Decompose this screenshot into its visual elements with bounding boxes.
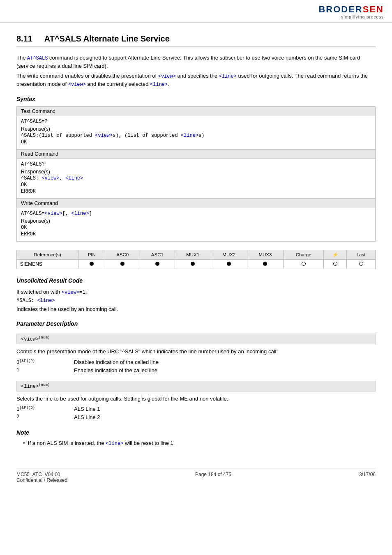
test-command-response: ^SALS:(list of supported <view>s), (list… <box>21 133 371 138</box>
ref-siemens-asc0 <box>105 259 140 269</box>
intro-text: The AT^SALS command is designed to suppo… <box>16 54 376 88</box>
logo-subtitle: simplifying process <box>318 15 384 19</box>
ref-header-ast: ⚡ <box>324 250 347 259</box>
read-command-response: ^SALS: <view>, <line> <box>21 175 371 181</box>
intro-line1: The AT^SALS command is designed to suppo… <box>16 54 376 70</box>
logo-brand: BRODERSEN <box>318 4 384 15</box>
ref-header-mux2: MUX2 <box>211 250 247 259</box>
param-line-name: <line> <box>21 384 39 389</box>
main-content: 8.11 AT^SALS Alternate Line Service The … <box>0 23 392 456</box>
test-command-row: Test Command AT^SALS=? Response(s) ^SALS… <box>17 106 376 149</box>
param-view-name: <view> <box>21 336 39 342</box>
test-response-code: ^SALS:(list of supported <box>21 133 95 138</box>
note-title: Note <box>16 429 376 436</box>
param-line-val2: 2 ALS Line 2 <box>16 413 376 421</box>
write-command-cell: Write Command AT^SALS=<view>[, <line>] R… <box>17 198 376 241</box>
read-command-code: AT^SALS? <box>21 161 371 167</box>
param-line-box: <line>(num) <box>16 381 376 391</box>
urc-view-tag: <view> <box>62 290 79 295</box>
read-ok: OK <box>21 182 371 188</box>
note-item1: • If a non ALS SIM is inserted, the <lin… <box>16 439 376 447</box>
ref-header-pin: PIN <box>78 250 105 259</box>
ref-siemens-mux3 <box>247 259 283 269</box>
param-view-desc: Controls the presentation mode of the UR… <box>16 348 376 356</box>
param-view-key0: 0(&F)(P) <box>16 358 74 366</box>
ref-header-charge: Charge <box>283 250 323 259</box>
ref-siemens-label: SIEMENS <box>17 259 78 269</box>
ref-siemens-row: SIEMENS <box>17 259 376 269</box>
inline-code-atsals: AT^SALS <box>27 55 48 61</box>
section-number: 8.11 <box>16 34 32 43</box>
dot-filled-mux3 <box>263 262 267 266</box>
dot-filled-pin <box>90 262 94 266</box>
test-response-label: Response(s) <box>21 126 371 132</box>
read-command-body: AT^SALS? Response(s) ^SALS: <view>, <lin… <box>17 159 375 198</box>
logo: BRODERSEN simplifying process <box>318 4 384 19</box>
write-command-code: AT^SALS=<view>[, <line>] <box>21 211 371 216</box>
read-command-row: Read Command AT^SALS? Response(s) ^SALS:… <box>17 149 376 198</box>
note-line-tag: <line> <box>106 441 123 447</box>
test-view-tag: <view> <box>95 133 113 138</box>
test-command-code: AT^SALS=? <box>21 119 371 124</box>
page-footer: MC55_ATC_V04.00 Confidential / Released … <box>16 468 376 483</box>
inline-line-tag2: <line> <box>150 82 168 88</box>
logo-text-part1: BRODER <box>318 4 362 14</box>
param-line-values: 1(&F)(D) ALS Line 1 2 ALS Line 2 <box>16 405 376 421</box>
logo-text-part2: SEN <box>363 4 384 14</box>
dot-filled-asc0 <box>120 262 125 266</box>
footer-doc-id: MC55_ATC_V04.00 <box>16 472 67 477</box>
footer-confidential: Confidential / Released <box>16 477 67 483</box>
param-desc-title: Parameter Description <box>16 320 376 327</box>
ref-siemens-last <box>347 259 376 269</box>
reference-table: Reference(s) PIN ASC0 ASC1 MUX1 MUX2 MUX… <box>16 250 376 269</box>
ref-header-last: Last <box>347 250 376 259</box>
param-view-values: 0(&F)(P) Disables indication of the call… <box>16 358 376 374</box>
ref-siemens-mux2 <box>211 259 247 269</box>
ref-header-mux3: MUX3 <box>247 250 283 259</box>
read-command-header: Read Command <box>17 150 375 159</box>
dot-empty-last <box>359 262 363 266</box>
param-line-desc: Selects the line to be used for outgoing… <box>16 395 376 403</box>
param-line-desc2: ALS Line 2 <box>74 413 376 421</box>
dot-filled-asc1 <box>155 262 159 266</box>
dot-empty-ast <box>333 262 337 266</box>
test-command-body: AT^SALS=? Response(s) ^SALS:(list of sup… <box>17 116 375 149</box>
param-line-sup: (num) <box>39 383 50 387</box>
syntax-title: Syntax <box>16 96 376 102</box>
footer-left: MC55_ATC_V04.00 Confidential / Released <box>16 472 67 483</box>
urc-condition: If switched on with <view>=1: <box>16 288 376 296</box>
test-command-header: Test Command <box>17 107 375 116</box>
param-view-val1: 1 Enables indication of the called line <box>16 366 376 374</box>
test-line-tag: <line> <box>181 133 198 138</box>
ref-siemens-mux1 <box>175 259 211 269</box>
param-view-desc0: Disables indication of the called line <box>74 358 376 366</box>
footer-center: Page 184 of 475 <box>195 472 231 483</box>
urc-title: Unsolicited Result Code <box>16 277 376 284</box>
param-line-val1: 1(&F)(D) ALS Line 1 <box>16 405 376 413</box>
urc-code: ^SALS: <line> <box>16 298 376 304</box>
page-header: BRODERSEN simplifying process <box>0 0 392 23</box>
write-ok: OK <box>21 225 371 230</box>
intro-line2: The write command enables or disables th… <box>16 72 376 88</box>
param-view-sup: (num) <box>39 336 50 340</box>
read-response-label: Response(s) <box>21 169 371 175</box>
urc-line-tag: <line> <box>37 298 55 304</box>
param-view-desc1: Enables indication of the called line <box>74 366 376 374</box>
inline-line-tag1: <line> <box>219 74 237 79</box>
ref-siemens-pin <box>78 259 105 269</box>
test-ok: OK <box>21 139 371 145</box>
urc-description: Indicates the line used by an incoming c… <box>16 305 376 313</box>
write-command-header: Write Command <box>17 199 375 208</box>
read-command-cell: Read Command AT^SALS? Response(s) ^SALS:… <box>17 149 376 198</box>
read-error: ERROR <box>21 189 371 194</box>
syntax-table: Test Command AT^SALS=? Response(s) ^SALS… <box>16 106 376 242</box>
inline-view-tag2: <view> <box>68 82 86 88</box>
dot-filled-mux1 <box>191 262 195 266</box>
ref-header-asc0: ASC0 <box>105 250 140 259</box>
section-heading: AT^SALS Alternate Line Service <box>44 34 170 43</box>
write-command-row: Write Command AT^SALS=<view>[, <line>] R… <box>17 198 376 241</box>
write-response-label: Response(s) <box>21 218 371 224</box>
ref-header-row: Reference(s) PIN ASC0 ASC1 MUX1 MUX2 MUX… <box>17 250 376 259</box>
param-line-key1: 1(&F)(D) <box>16 405 74 413</box>
ref-header-mux1: MUX1 <box>175 250 211 259</box>
